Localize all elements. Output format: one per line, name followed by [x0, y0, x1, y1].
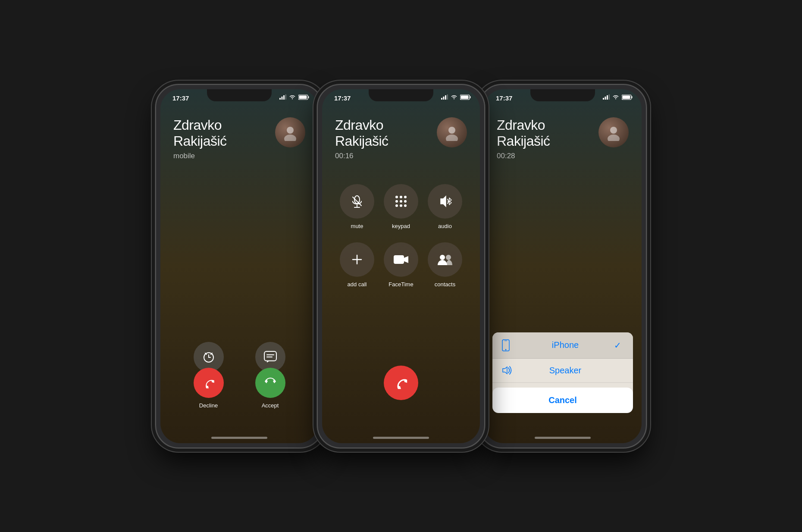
- svg-point-25: [446, 135, 458, 141]
- svg-rect-2: [283, 95, 285, 100]
- accept-button[interactable]: [255, 368, 285, 398]
- contacts-icon: [437, 253, 453, 266]
- add-call-button[interactable]: [340, 242, 374, 277]
- contact-name-3: Zdravko Rakijašić: [497, 117, 598, 149]
- status-icons-2: [441, 94, 471, 100]
- home-indicator-1: [211, 437, 267, 439]
- accept-action[interactable]: Accept: [255, 368, 285, 409]
- notch-2: [369, 89, 433, 101]
- speaker-icon: [501, 366, 517, 375]
- phone-audio: 17:37: [479, 84, 647, 448]
- decline-button[interactable]: [194, 368, 224, 398]
- contact-sub-2: 00:16: [335, 152, 437, 160]
- accept-label: Accept: [262, 402, 279, 409]
- audio-control[interactable]: audio: [428, 184, 462, 229]
- svg-point-52: [610, 127, 617, 134]
- add-call-label: add call: [348, 281, 367, 288]
- decline-phone-icon: [201, 375, 216, 391]
- svg-point-8: [284, 135, 296, 141]
- audio-option-speaker[interactable]: Speaker: [492, 359, 633, 383]
- svg-point-38: [404, 204, 407, 207]
- wifi-icon-3: [612, 94, 619, 100]
- battery-icon-3: [622, 94, 633, 100]
- contact-area-2: Zdravko Rakijašić 00:16: [335, 117, 467, 160]
- decline-label: Decline: [199, 402, 218, 409]
- signal-icon: [279, 94, 286, 100]
- svg-rect-14: [264, 351, 276, 361]
- svg-point-31: [400, 196, 402, 198]
- facetime-control[interactable]: FaceTime: [384, 242, 418, 288]
- accept-phone-icon: [263, 375, 278, 391]
- contacts-button[interactable]: [428, 242, 462, 277]
- keypad-button[interactable]: [384, 184, 418, 219]
- svg-point-33: [395, 200, 398, 203]
- keypad-control[interactable]: keypad: [384, 184, 418, 229]
- mute-icon: [349, 194, 365, 209]
- signal-icon-2: [441, 94, 448, 100]
- battery-icon-2: [460, 94, 471, 100]
- audio-cancel-button[interactable]: Cancel: [492, 388, 633, 413]
- iphone-option-label: iPhone: [517, 340, 614, 350]
- add-call-control[interactable]: add call: [340, 242, 374, 288]
- status-icons-3: [603, 94, 633, 100]
- contact-avatar-3: [598, 117, 629, 147]
- contact-area-3: Zdravko Rakijašić 00:28: [497, 117, 629, 160]
- iphone-device-icon: [501, 339, 517, 351]
- svg-point-37: [400, 204, 402, 207]
- svg-point-7: [287, 127, 294, 134]
- svg-rect-5: [308, 96, 309, 98]
- contact-name-1: Zdravko Rakijašić: [173, 117, 275, 149]
- svg-rect-3: [285, 94, 287, 100]
- mute-label: mute: [351, 223, 363, 229]
- svg-point-32: [404, 196, 407, 198]
- contact-area-1: Zdravko Rakijašić mobile: [173, 117, 305, 160]
- contact-avatar-2: [437, 117, 467, 147]
- svg-rect-47: [607, 95, 608, 100]
- mute-button[interactable]: [340, 184, 374, 219]
- svg-rect-51: [623, 95, 630, 99]
- facetime-label: FaceTime: [388, 281, 413, 288]
- contact-sub-3: 00:28: [497, 152, 598, 160]
- home-indicator-3: [535, 437, 591, 439]
- phones-container: 17:37: [147, 75, 655, 457]
- facetime-button[interactable]: [384, 242, 418, 277]
- phone-incoming: 17:37: [155, 84, 323, 448]
- svg-rect-22: [470, 96, 471, 98]
- wifi-icon-2: [451, 94, 457, 100]
- svg-point-24: [448, 127, 455, 134]
- contacts-control[interactable]: contacts: [428, 242, 462, 288]
- svg-rect-20: [447, 94, 448, 100]
- svg-point-55: [505, 349, 507, 350]
- contacts-label: contacts: [435, 281, 455, 288]
- contact-name-2: Zdravko Rakijašić: [335, 117, 437, 149]
- message-icon: [263, 350, 277, 363]
- battery-icon: [298, 94, 310, 100]
- keypad-icon: [394, 194, 408, 209]
- add-call-icon: [349, 252, 365, 267]
- svg-point-53: [608, 135, 620, 141]
- svg-rect-0: [279, 98, 281, 100]
- facetime-icon: [393, 253, 409, 266]
- cancel-label: Cancel: [548, 395, 577, 405]
- notch: [207, 89, 272, 101]
- avatar-image-1: [275, 117, 305, 147]
- controls-row-2: add call FaceTime: [335, 242, 467, 288]
- decline-action[interactable]: Decline: [194, 368, 224, 409]
- contact-info-3: Zdravko Rakijašić 00:28: [497, 117, 598, 160]
- audio-button[interactable]: [428, 184, 462, 219]
- phone-active: 17:37: [317, 84, 485, 448]
- svg-point-35: [404, 200, 407, 203]
- svg-rect-42: [394, 255, 404, 264]
- svg-rect-50: [632, 96, 633, 98]
- mute-control[interactable]: mute: [340, 184, 374, 229]
- keypad-label: keypad: [392, 223, 410, 229]
- svg-rect-6: [299, 95, 307, 99]
- call-actions: Decline Accept: [160, 368, 318, 409]
- svg-rect-23: [461, 95, 469, 99]
- avatar-image-2: [437, 117, 467, 147]
- end-call-button[interactable]: [384, 366, 418, 400]
- svg-point-36: [395, 204, 398, 207]
- svg-rect-19: [445, 95, 446, 100]
- audio-option-iphone[interactable]: iPhone ✓: [492, 332, 633, 359]
- contact-info-2: Zdravko Rakijašić 00:16: [335, 117, 437, 160]
